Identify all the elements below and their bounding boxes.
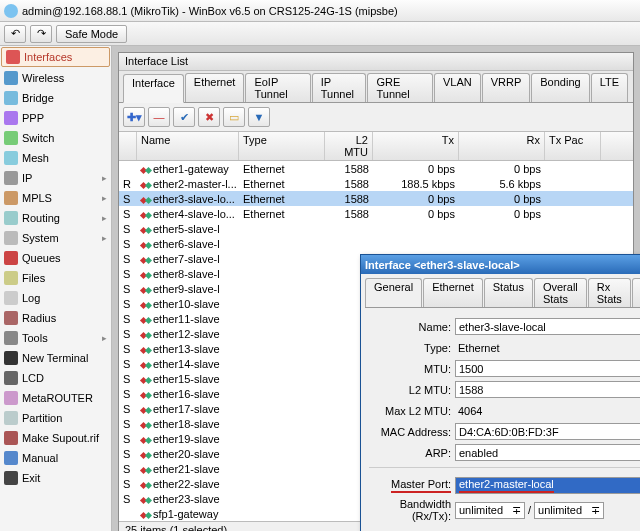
enable-button[interactable]: ✔: [173, 107, 195, 127]
sidebar-item-make-supout-rif[interactable]: Make Supout.rif: [0, 428, 111, 448]
sidebar-item-mesh[interactable]: Mesh: [0, 148, 111, 168]
type-value: Ethernet: [455, 339, 640, 356]
tab-lte[interactable]: LTE: [591, 73, 628, 102]
sidebar-item-log[interactable]: Log: [0, 288, 111, 308]
sidebar-item-ppp[interactable]: PPP: [0, 108, 111, 128]
add-button[interactable]: ✚▾: [123, 107, 145, 127]
sidebar-item-label: MetaROUTER: [22, 392, 93, 404]
sidebar-item-partition[interactable]: Partition: [0, 408, 111, 428]
interface-icon: [141, 483, 151, 488]
sidebar-item-label: Wireless: [22, 72, 64, 84]
interface-icon: [141, 453, 151, 458]
sidebar-item-label: Radius: [22, 312, 56, 324]
sidebar-item-routing[interactable]: Routing▸: [0, 208, 111, 228]
sidebar-item-tools[interactable]: Tools▸: [0, 328, 111, 348]
sidebar-item-label: LCD: [22, 372, 44, 384]
bandwidth-label: Bandwidth (Rx/Tx):: [369, 498, 455, 522]
interface-icon: [141, 273, 151, 278]
sidebar-item-label: IP: [22, 172, 32, 184]
interface-icon: [141, 198, 151, 203]
column-header[interactable]: Type: [239, 132, 325, 160]
sidebar-item-metarouter[interactable]: MetaROUTER: [0, 388, 111, 408]
table-row[interactable]: Sether6-slave-l: [119, 236, 633, 251]
sidebar-item-label: New Terminal: [22, 352, 88, 364]
name-input[interactable]: ether3-slave-local: [455, 318, 640, 335]
interface-icon: [141, 348, 151, 353]
sidebar-item-files[interactable]: Files: [0, 268, 111, 288]
menu-icon: [4, 91, 18, 105]
interface-icon: [141, 393, 151, 398]
sidebar-item-queues[interactable]: Queues: [0, 248, 111, 268]
disable-button[interactable]: ✖: [198, 107, 220, 127]
interface-icon: [141, 243, 151, 248]
tab-ethernet[interactable]: Ethernet: [185, 73, 245, 102]
sidebar-item-wireless[interactable]: Wireless: [0, 68, 111, 88]
mtu-label: MTU:: [369, 363, 455, 375]
tab-gre-tunnel[interactable]: GRE Tunnel: [367, 73, 433, 102]
dialog-tab--[interactable]: ...: [632, 278, 640, 307]
dialog-tab-status[interactable]: Status: [484, 278, 533, 307]
column-header[interactable]: Rx: [459, 132, 545, 160]
tab-bonding[interactable]: Bonding: [531, 73, 589, 102]
column-header[interactable]: Tx: [373, 132, 459, 160]
tab-vlan[interactable]: VLAN: [434, 73, 481, 102]
arp-select[interactable]: enabled∓: [455, 444, 640, 461]
title-bar: admin@192.168.88.1 (MikroTik) - WinBox v…: [0, 0, 640, 22]
interface-icon: [141, 438, 151, 443]
master-port-select[interactable]: ether2-master-local∓: [455, 477, 640, 494]
tab-vrrp[interactable]: VRRP: [482, 73, 531, 102]
sidebar-item-label: Files: [22, 272, 45, 284]
interface-icon: [141, 423, 151, 428]
table-row[interactable]: Sether5-slave-l: [119, 221, 633, 236]
undo-button[interactable]: ↶: [4, 25, 26, 43]
table-row[interactable]: Sether3-slave-lo...Ethernet15880 bps0 bp…: [119, 191, 633, 206]
sidebar-item-switch[interactable]: Switch: [0, 128, 111, 148]
dialog-tab-ethernet[interactable]: Ethernet: [423, 278, 483, 307]
sidebar-item-interfaces[interactable]: Interfaces: [1, 47, 110, 67]
chevron-right-icon: ▸: [102, 333, 107, 343]
comment-button[interactable]: ▭: [223, 107, 245, 127]
tab-ip-tunnel[interactable]: IP Tunnel: [312, 73, 367, 102]
table-row[interactable]: Rether2-master-l...Ethernet1588188.5 kbp…: [119, 176, 633, 191]
column-header[interactable]: [119, 132, 137, 160]
mac-label: MAC Address:: [369, 426, 455, 438]
sidebar-item-mpls[interactable]: MPLS▸: [0, 188, 111, 208]
remove-button[interactable]: —: [148, 107, 170, 127]
maxl2-value: 4064: [455, 402, 640, 419]
dialog-tab-overall-stats[interactable]: Overall Stats: [534, 278, 587, 307]
interface-icon: [141, 408, 151, 413]
interface-icon: [141, 168, 151, 173]
bandwidth-tx-select[interactable]: unlimited∓: [534, 502, 604, 519]
dialog-tab-general[interactable]: General: [365, 278, 422, 307]
dialog-tab-rx-stats[interactable]: Rx Stats: [588, 278, 631, 307]
redo-button[interactable]: ↷: [30, 25, 52, 43]
sidebar-item-radius[interactable]: Radius: [0, 308, 111, 328]
mac-input[interactable]: D4:CA:6D:0B:FD:3F: [455, 423, 640, 440]
panel-tabs: InterfaceEthernetEoIP TunnelIP TunnelGRE…: [119, 71, 633, 103]
chevron-right-icon: ▸: [102, 233, 107, 243]
table-row[interactable]: ether1-gatewayEthernet15880 bps0 bps: [119, 161, 633, 176]
sidebar-item-system[interactable]: System▸: [0, 228, 111, 248]
sidebar-item-bridge[interactable]: Bridge: [0, 88, 111, 108]
tab-interface[interactable]: Interface: [123, 74, 184, 103]
safe-mode-button[interactable]: Safe Mode: [56, 25, 127, 43]
sidebar-item-ip[interactable]: IP▸: [0, 168, 111, 188]
sidebar-item-manual[interactable]: Manual: [0, 448, 111, 468]
tab-eoip-tunnel[interactable]: EoIP Tunnel: [245, 73, 310, 102]
sidebar-item-label: Log: [22, 292, 40, 304]
sidebar-item-label: Bridge: [22, 92, 54, 104]
table-row[interactable]: Sether4-slave-lo...Ethernet15880 bps0 bp…: [119, 206, 633, 221]
sidebar-item-exit[interactable]: Exit: [0, 468, 111, 488]
column-header[interactable]: L2 MTU: [325, 132, 373, 160]
bandwidth-rx-select[interactable]: unlimited∓: [455, 502, 525, 519]
sidebar-item-new-terminal[interactable]: New Terminal: [0, 348, 111, 368]
menu-icon: [4, 131, 18, 145]
column-header[interactable]: Tx Pac: [545, 132, 601, 160]
filter-button[interactable]: ▼: [248, 107, 270, 127]
dialog-title-bar[interactable]: Interface <ether3-slave-local> – □ ×: [361, 255, 640, 274]
l2mtu-input[interactable]: 1588: [455, 381, 640, 398]
column-header[interactable]: Name: [137, 132, 239, 160]
mtu-input[interactable]: 1500: [455, 360, 640, 377]
sidebar-item-lcd[interactable]: LCD: [0, 368, 111, 388]
menu-icon: [4, 211, 18, 225]
